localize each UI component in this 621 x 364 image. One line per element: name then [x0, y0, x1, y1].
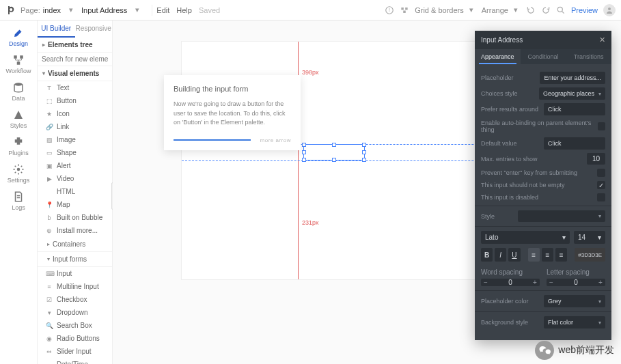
- help-menu[interactable]: Help: [176, 6, 192, 14]
- undo-button[interactable]: [526, 5, 536, 15]
- prop-letter-spacing[interactable]: −0+: [547, 279, 605, 286]
- palette-input-slider-input[interactable]: ⇔Slider Input: [38, 345, 112, 358]
- selected-element[interactable]: [303, 144, 365, 160]
- issues-button[interactable]: !: [385, 5, 394, 15]
- palette-input-input[interactable]: ⌨Input: [38, 267, 112, 280]
- checkbox-autobind[interactable]: [598, 122, 605, 130]
- elements-tree-toggle[interactable]: ▸Elements tree: [38, 38, 112, 53]
- rail-logs[interactable]: Logs: [0, 187, 37, 214]
- palette-visual-map[interactable]: 📍Map: [38, 198, 112, 211]
- align-right[interactable]: ≡: [555, 248, 567, 262]
- palette-item-icon: 🔗: [46, 124, 53, 130]
- format-bold[interactable]: B: [481, 248, 493, 262]
- page-selector[interactable]: index: [43, 6, 61, 14]
- prop-style[interactable]: ▾: [518, 210, 605, 222]
- redo-button[interactable]: [541, 5, 551, 15]
- arrange-menu[interactable]: Arrange: [482, 6, 508, 14]
- format-underline[interactable]: U: [508, 248, 520, 262]
- tab-ui-builder[interactable]: UI Builder: [38, 20, 75, 38]
- rail-plugins[interactable]: Plugins: [0, 132, 37, 160]
- checkbox-disabled[interactable]: [597, 193, 605, 201]
- palette-item-icon: ⌨: [46, 270, 53, 277]
- palette-item-icon: ⇔: [46, 348, 53, 355]
- palette-visual-shape[interactable]: ▭Shape: [38, 146, 112, 159]
- svg-point-8: [17, 168, 20, 171]
- grid-caret[interactable]: ▾: [469, 5, 473, 14]
- tutorial-title: Building the input form: [174, 85, 291, 93]
- palette-visual-built-on-bubble[interactable]: bBuilt on Bubble: [38, 211, 112, 224]
- align-center[interactable]: ≡: [542, 248, 553, 262]
- preview-button[interactable]: Preview: [571, 6, 598, 14]
- prop-choices-style[interactable]: Geographic places▾: [539, 87, 605, 100]
- palette-input-dropdown[interactable]: ▾Dropdown: [38, 306, 112, 319]
- element-tree-icon[interactable]: [400, 5, 409, 15]
- palette-item-label: Date/Time Picker: [57, 361, 108, 364]
- palette-visual-install-more-[interactable]: ⊕Install more...: [38, 224, 112, 237]
- palette-item-icon: ▧: [46, 137, 53, 143]
- palette-visual-image[interactable]: ▧Image: [38, 133, 112, 146]
- palette-item-icon: ≡: [46, 283, 53, 290]
- palette-input-date-time-picker[interactable]: 🕓Date/Time Picker: [38, 358, 112, 364]
- palette-visual-text[interactable]: TText: [38, 81, 112, 94]
- prop-placeholder-color[interactable]: Grey▾: [544, 295, 605, 307]
- section-input-forms[interactable]: ▾Input forms: [38, 252, 112, 267]
- inspector-tab-appearance[interactable]: Appearance: [475, 49, 521, 64]
- wechat-icon: [535, 341, 554, 360]
- dimension-label-2: 231px: [302, 219, 319, 226]
- format-italic[interactable]: I: [495, 248, 506, 262]
- palette-input-checkbox[interactable]: ☑Checkbox: [38, 293, 112, 306]
- inspector-tab-conditional[interactable]: Conditional: [521, 49, 566, 64]
- palette-item-icon: b: [46, 214, 53, 221]
- palette-input-search-box[interactable]: 🔍Search Box: [38, 319, 112, 332]
- palette-item-label: Dropdown: [57, 309, 88, 316]
- rail-design[interactable]: Design: [0, 23, 37, 51]
- palette-item-icon: 🔍: [46, 322, 53, 329]
- palette-visual-alert[interactable]: ▣Alert: [38, 159, 112, 172]
- rail-styles[interactable]: Styles: [0, 105, 37, 132]
- tutorial-more[interactable]: more arrow: [260, 137, 291, 143]
- palette-visual-icon[interactable]: ★Icon: [38, 107, 112, 120]
- rail-data[interactable]: Data: [0, 78, 37, 105]
- element-dropdown-caret[interactable]: ▾: [135, 5, 139, 14]
- rail-workflow[interactable]: Workflow: [0, 51, 37, 78]
- search-icon[interactable]: [556, 5, 566, 15]
- prop-default-value[interactable]: Click: [544, 137, 605, 150]
- prop-text-color[interactable]: #3D3D3E: [575, 248, 605, 262]
- checkbox-prevent-enter[interactable]: [597, 169, 605, 177]
- topbar: Page: index ▾ Input Address ▾ Edit Help …: [0, 0, 621, 20]
- align-left[interactable]: ≡: [528, 248, 540, 262]
- rail-settings[interactable]: Settings: [0, 160, 37, 187]
- prop-word-spacing[interactable]: −0+: [481, 279, 540, 286]
- palette-item-label: Multiline Input: [57, 283, 99, 290]
- palette-visual-link[interactable]: 🔗Link: [38, 120, 112, 133]
- inspector-tab-transitions[interactable]: Transitions: [566, 49, 611, 64]
- prop-prefer-results[interactable]: Click: [544, 103, 605, 115]
- prop-background-style[interactable]: Flat color▾: [544, 316, 605, 328]
- account-avatar[interactable]: [603, 4, 616, 16]
- element-search-input[interactable]: [38, 53, 112, 66]
- palette-input-radio-buttons[interactable]: ◉Radio Buttons: [38, 332, 112, 345]
- section-containers[interactable]: ▸Containers: [38, 237, 112, 252]
- palette-visual-video[interactable]: ▶Video: [38, 172, 112, 185]
- section-visual-elements[interactable]: ▾Visual elements: [38, 66, 112, 81]
- arrange-caret[interactable]: ▾: [514, 5, 518, 14]
- palette-item-label: Install more...: [57, 227, 98, 234]
- page-dropdown-caret[interactable]: ▾: [69, 5, 73, 14]
- prop-font-size[interactable]: 14▾: [574, 231, 605, 244]
- prop-max-entries[interactable]: 10: [587, 153, 605, 165]
- palette-visual-button[interactable]: ⬚Button: [38, 94, 112, 107]
- tab-responsive[interactable]: Responsive: [75, 20, 113, 38]
- grid-borders-toggle[interactable]: Grid & borders: [415, 6, 464, 14]
- palette-item-label: Icon: [57, 110, 70, 117]
- palette-visual-html[interactable]: HTML: [38, 185, 112, 198]
- palette-item-icon: ▭: [46, 150, 53, 156]
- palette-input-multiline-input[interactable]: ≡Multiline Input: [38, 280, 112, 293]
- palette-item-icon: ◉: [46, 335, 53, 342]
- prop-placeholder[interactable]: Enter your address...: [540, 72, 605, 84]
- prop-font-family[interactable]: Lato▾: [481, 231, 570, 244]
- edit-menu[interactable]: Edit: [156, 6, 169, 14]
- property-inspector[interactable]: Input Address ✕ Appearance Conditional T…: [475, 31, 611, 340]
- checkbox-not-empty[interactable]: ✓: [597, 181, 605, 189]
- element-selector[interactable]: Input Address: [81, 6, 127, 14]
- inspector-close-icon[interactable]: ✕: [599, 36, 605, 44]
